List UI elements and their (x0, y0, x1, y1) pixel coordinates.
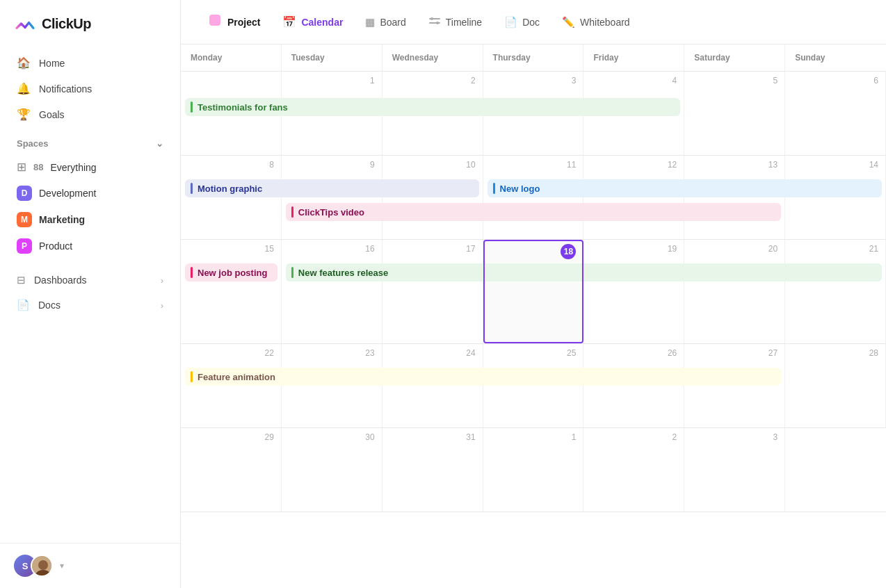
date-label: 6 (792, 76, 878, 85)
sidebar-item-goals[interactable]: 🏆 Goals (8, 101, 172, 127)
date-label: 15 (188, 244, 274, 254)
top-nav: Project 📅 Calendar ▦ Board Timeline 📄 Do… (181, 0, 886, 44)
date-label: 3 (691, 432, 778, 442)
cal-cell-thu-w2[interactable]: 11 (483, 156, 584, 239)
sidebar-item-product[interactable]: P Product (8, 233, 172, 259)
cal-cell-tue-w2[interactable]: 9 (282, 156, 382, 239)
cal-cell-wed-w5[interactable]: 31 (382, 428, 483, 512)
calendar-body: 1 2 3 4 5 6 (181, 72, 886, 512)
cal-cell-thu-w5[interactable]: 1 (483, 428, 584, 512)
event-newfeatures[interactable]: New features release (286, 263, 882, 281)
sidebar-item-everything[interactable]: ⊞ 88 Everything (8, 154, 172, 180)
cal-cell-mon-w5[interactable]: 29 (181, 428, 282, 512)
everything-grid-icon: ⊞ (17, 160, 26, 174)
newjob-accent (191, 267, 193, 278)
goals-label: Goals (39, 109, 65, 120)
cal-cell-sat-w1[interactable]: 5 (684, 72, 785, 155)
main-nav: 🏠 Home 🔔 Notifications 🏆 Goals (0, 47, 180, 130)
day-header-tuesday: Tuesday (282, 44, 382, 71)
svg-point-1 (38, 560, 48, 570)
cal-cell-sun-w4[interactable]: 28 (785, 344, 886, 427)
cal-cell-tue-w3[interactable]: 16 (282, 240, 382, 343)
tab-whiteboard[interactable]: ✏️ Whiteboard (552, 10, 640, 34)
sidebar-item-home[interactable]: 🏠 Home (8, 50, 172, 76)
event-newfeatures-container: New features release (282, 263, 886, 281)
sidebar-item-development[interactable]: D Development (8, 180, 172, 206)
testimonials-accent (191, 101, 193, 113)
board-icon: ▦ (365, 16, 375, 28)
sidebar-item-docs[interactable]: 📄 Docs › (8, 293, 172, 318)
date-label: 10 (389, 160, 476, 170)
cal-cell-thu-w3[interactable]: 18 (483, 240, 584, 343)
event-animation[interactable]: Feature animation (185, 368, 781, 386)
cal-cell-mon-w3[interactable]: 15 (181, 240, 282, 343)
cal-cell-sun-w2[interactable]: 14 (785, 156, 886, 239)
cal-cell-wed-w3[interactable]: 17 (382, 240, 483, 343)
newlogo-label: New logo (500, 183, 540, 194)
cal-cell-fri-w4[interactable]: 26 (583, 344, 684, 427)
tab-doc[interactable]: 📄 Doc (494, 10, 549, 34)
cal-cell-fri-w2[interactable]: 12 (583, 156, 684, 239)
cal-cell-sun-w3[interactable]: 21 (785, 240, 886, 343)
tab-timeline[interactable]: Timeline (419, 9, 492, 35)
cal-cell-mon-w2[interactable]: 8 (181, 156, 282, 239)
date-label: 14 (792, 160, 878, 170)
avatar-stack[interactable]: S (14, 555, 53, 577)
spaces-section-header[interactable]: Spaces ⌄ (0, 130, 180, 154)
event-newlogo[interactable]: New logo (488, 179, 882, 197)
week-row-2: 8 9 10 11 12 13 14 (181, 156, 886, 240)
calendar-day-headers: Monday Tuesday Wednesday Thursday Friday… (181, 44, 886, 72)
cal-cell-fri-w3[interactable]: 19 (583, 240, 684, 343)
date-label: 30 (289, 432, 375, 442)
date-label: 20 (691, 244, 778, 254)
animation-label: Feature animation (198, 372, 275, 382)
date-label: 24 (389, 348, 476, 358)
cal-cell-sat-w4[interactable]: 27 (684, 344, 785, 427)
cal-cell-thu-w4[interactable]: 25 (483, 344, 584, 427)
clickup-logo-icon (14, 13, 36, 35)
doc-tab-label: Doc (522, 17, 540, 28)
product-badge: P (17, 238, 32, 254)
clicktips-accent (291, 206, 293, 218)
cal-cell-mon-w4[interactable]: 22 (181, 344, 282, 427)
cal-cell-wed-w4[interactable]: 24 (382, 344, 483, 427)
sidebar-item-marketing[interactable]: M Marketing (8, 206, 172, 233)
date-label: 16 (289, 244, 375, 254)
project-icon (207, 13, 223, 31)
date-label-today: 18 (561, 244, 576, 259)
event-testimonials-container: Testimonials for fans (181, 98, 684, 116)
cal-cell-sat-w2[interactable]: 13 (684, 156, 785, 239)
tab-board[interactable]: ▦ Board (355, 10, 415, 34)
sidebar-item-notifications[interactable]: 🔔 Notifications (8, 76, 172, 101)
home-label: Home (39, 58, 65, 69)
cal-cell-sun-w1[interactable]: 6 (785, 72, 886, 155)
dashboard-icon: ⊟ (17, 274, 26, 286)
cal-cell-sat-w5[interactable]: 3 (684, 428, 785, 512)
cal-cell-sun-w5[interactable] (785, 428, 886, 512)
date-label: 11 (490, 160, 577, 170)
event-testimonials[interactable]: Testimonials for fans (185, 98, 680, 116)
event-newjob[interactable]: New job posting (185, 263, 277, 281)
logo-text: ClickUp (42, 16, 91, 32)
cal-cell-tue-w5[interactable]: 30 (282, 428, 382, 512)
newlogo-accent (493, 183, 495, 194)
cal-cell-sat-w3[interactable]: 20 (684, 240, 785, 343)
tab-calendar[interactable]: 📅 Calendar (273, 10, 353, 34)
user-caret-icon[interactable]: ▾ (60, 561, 64, 571)
board-tab-label: Board (380, 17, 405, 28)
cal-cell-tue-w4[interactable]: 23 (282, 344, 382, 427)
cal-cell-wed-w2[interactable]: 10 (382, 156, 483, 239)
logo[interactable]: ClickUp (0, 0, 180, 47)
newjob-label: New job posting (198, 268, 267, 278)
event-motion[interactable]: Motion graphic (185, 179, 479, 197)
date-label: 25 (490, 348, 577, 358)
date-label: 12 (590, 160, 677, 170)
marketing-label: Marketing (39, 214, 85, 225)
week-row-1: 1 2 3 4 5 6 (181, 72, 886, 156)
event-clicktips[interactable]: ClickTips video (286, 203, 781, 221)
home-icon: 🏠 (17, 56, 31, 70)
newfeatures-accent (291, 267, 293, 278)
tab-project[interactable]: Project (198, 7, 270, 37)
cal-cell-fri-w5[interactable]: 2 (583, 428, 684, 512)
sidebar-item-dashboards[interactable]: ⊟ Dashboards › (8, 268, 172, 293)
